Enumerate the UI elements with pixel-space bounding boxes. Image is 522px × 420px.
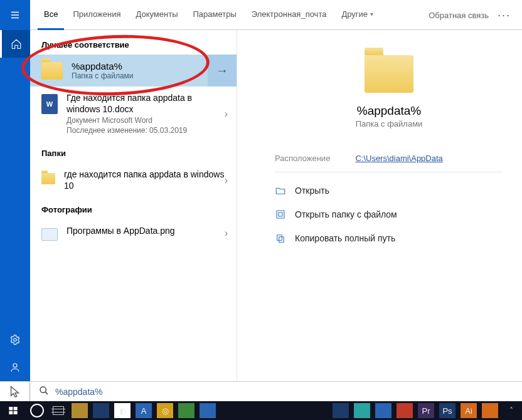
detail-sub: Папка с файлами xyxy=(275,119,503,129)
result-folder-title: где находится папка appdata в windows 10 xyxy=(64,169,228,191)
taskbar-pin-8[interactable] xyxy=(482,403,498,418)
chevron-right-icon[interactable]: › xyxy=(225,108,228,120)
svg-point-3 xyxy=(14,339,17,342)
svg-rect-11 xyxy=(14,407,18,410)
svg-rect-12 xyxy=(9,411,13,414)
section-best-match: Лучшее соответствие xyxy=(30,33,237,55)
svg-rect-6 xyxy=(277,235,282,241)
copy-icon xyxy=(275,233,286,244)
action-open[interactable]: Открыть xyxy=(275,179,503,202)
person-icon xyxy=(9,362,21,373)
tab-other-label: Другие xyxy=(341,9,368,19)
taskbar-app-3[interactable]: ◎ xyxy=(157,403,173,418)
best-match-arrow[interactable]: → xyxy=(208,55,237,87)
taskbar-pin-4[interactable] xyxy=(397,403,413,418)
details-panel: %appdata% Папка с файлами Расположение C… xyxy=(237,30,522,381)
cursor-tile[interactable] xyxy=(0,382,30,402)
rail-home[interactable] xyxy=(0,30,30,58)
folder-icon xyxy=(41,62,63,80)
search-input[interactable] xyxy=(55,382,522,401)
taskbar-app-4[interactable] xyxy=(178,403,194,418)
folder-icon xyxy=(365,55,413,93)
chevron-right-icon[interactable]: › xyxy=(225,228,228,239)
tab-other[interactable]: Другие ▾ xyxy=(335,0,380,30)
section-folders: Папки xyxy=(30,141,237,163)
rail-account[interactable] xyxy=(0,354,30,381)
detail-location-value[interactable]: C:\Users\diami\AppData xyxy=(355,154,442,163)
taskbar-pin-5[interactable]: Pr xyxy=(418,403,434,418)
detail-location-row: Расположение C:\Users\diami\AppData xyxy=(275,154,503,172)
tab-settings[interactable]: Параметры xyxy=(186,0,242,30)
cortana-icon xyxy=(30,404,44,417)
rail-settings[interactable] xyxy=(0,326,30,354)
overflow-button[interactable]: ··· xyxy=(498,9,511,22)
taskbar-app-5[interactable] xyxy=(200,403,216,418)
result-photo[interactable]: Программы в AppData.png › xyxy=(30,219,237,247)
cursor-icon xyxy=(8,385,22,399)
svg-rect-10 xyxy=(9,407,13,410)
start-button[interactable] xyxy=(3,401,24,420)
taskbar-pin-7[interactable]: Ai xyxy=(461,403,477,418)
taskbar-explorer[interactable] xyxy=(72,403,88,418)
best-match-title: %appdata% xyxy=(72,61,134,71)
svg-rect-7 xyxy=(279,237,284,243)
result-folder[interactable]: где находится папка appdata в windows 10… xyxy=(30,163,237,197)
chevron-right-icon[interactable]: › xyxy=(225,175,228,186)
tab-all[interactable]: Все xyxy=(38,0,64,30)
open-folder-icon xyxy=(275,209,286,220)
taskview-icon xyxy=(53,406,64,415)
cortana-button[interactable] xyxy=(29,403,45,418)
tray-overflow[interactable]: ˄ xyxy=(503,403,519,418)
tab-email[interactable]: Электронная_почта xyxy=(245,0,333,30)
gear-icon xyxy=(9,334,21,345)
search-bar xyxy=(0,381,522,401)
windows-icon xyxy=(8,406,18,416)
result-photo-title: Программы в AppData.png xyxy=(67,226,228,237)
action-open-folder-label: Открыть папку с файлом xyxy=(295,209,397,219)
svg-point-4 xyxy=(13,364,17,367)
taskbar-pin-1[interactable] xyxy=(333,403,349,418)
result-doc-changed: Последнее изменение: 05.03.2019 xyxy=(67,126,228,135)
taskbar: ◐ A ◎ Pr Ps Ai ˄ xyxy=(0,401,522,420)
action-open-folder[interactable]: Открыть папку с файлом xyxy=(275,202,503,226)
detail-title: %appdata% xyxy=(275,104,503,118)
result-doc-type: Документ Microsoft Word xyxy=(67,116,228,125)
result-doc-title: Где находится папка appdata в windows 10… xyxy=(67,93,228,115)
best-match-row: %appdata% Папка с файлами → xyxy=(30,55,237,87)
hamburger-button[interactable] xyxy=(0,0,30,30)
left-rail xyxy=(0,30,30,381)
chevron-up-icon: ˄ xyxy=(509,406,513,415)
search-header: Все Приложения Документы Параметры Элект… xyxy=(0,0,522,30)
tab-apps[interactable]: Приложения xyxy=(67,0,127,30)
image-icon xyxy=(41,228,58,241)
filter-tabs: Все Приложения Документы Параметры Элект… xyxy=(30,0,380,30)
svg-point-8 xyxy=(40,387,46,392)
taskbar-pin-3[interactable] xyxy=(375,403,392,418)
tab-docs[interactable]: Документы xyxy=(129,0,184,30)
svg-line-9 xyxy=(45,392,48,394)
results-panel: Лучшее соответствие %appdata% Папка с фа… xyxy=(30,30,237,381)
taskbar-chrome[interactable]: ◐ xyxy=(114,403,130,418)
best-match-subtitle: Папка с файлами xyxy=(72,71,134,80)
open-icon xyxy=(275,185,286,196)
feedback-link[interactable]: Обратная связь xyxy=(429,11,489,20)
header-right: Обратная связь ··· xyxy=(429,0,522,30)
svg-rect-5 xyxy=(277,211,284,218)
taskbar-app-1[interactable] xyxy=(93,403,109,418)
result-doc[interactable]: Где находится папка appdata в windows 10… xyxy=(30,87,237,141)
action-open-label: Открыть xyxy=(295,186,329,196)
section-photos: Фотографии xyxy=(30,197,237,219)
search-icon xyxy=(39,386,49,398)
action-copy-path-label: Копировать полный путь xyxy=(295,233,395,243)
hamburger-icon xyxy=(9,9,21,21)
folder-icon xyxy=(41,173,55,184)
taskbar-app-2[interactable]: A xyxy=(136,403,152,418)
svg-rect-13 xyxy=(14,411,18,414)
best-match-item[interactable]: %appdata% Папка с файлами xyxy=(30,55,208,87)
taskbar-pin-2[interactable] xyxy=(354,403,370,418)
taskview-button[interactable] xyxy=(50,403,67,418)
chevron-down-icon: ▾ xyxy=(370,11,373,18)
detail-location-label: Расположение xyxy=(275,154,330,163)
taskbar-pin-6[interactable]: Ps xyxy=(439,403,455,418)
action-copy-path[interactable]: Копировать полный путь xyxy=(275,226,503,250)
